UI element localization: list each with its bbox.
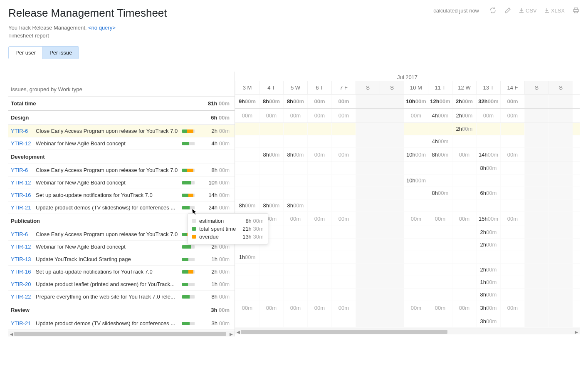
progress-bar[interactable]	[182, 206, 195, 209]
timesheet-left-pane: Issues, grouped by Work type Total time …	[8, 72, 235, 336]
data-cell	[428, 239, 452, 251]
data-cell	[404, 315, 428, 327]
data-cell	[283, 239, 307, 251]
issue-title: Close Early Access Program upon release …	[36, 231, 182, 237]
timesheet-right-pane: Jul 2017 3 M4 T5 W6 T7 FSS10 M11 T12 W13…	[235, 72, 580, 336]
progress-bar[interactable]	[182, 322, 195, 325]
data-cell	[548, 123, 573, 135]
data-cell	[356, 148, 380, 162]
issue-key[interactable]: YTIR-16	[11, 269, 36, 275]
print-icon[interactable]	[572, 7, 580, 14]
data-cell	[356, 315, 380, 327]
data-cell	[331, 276, 356, 288]
data-cell: 00m	[500, 109, 524, 122]
progress-bar[interactable]	[182, 181, 195, 184]
tab-per-user[interactable]: Per user	[9, 47, 42, 59]
data-cell	[548, 187, 573, 199]
data-cell	[283, 289, 307, 301]
data-row: 9h 00m8h 00m8h 00m00m00m10h 00m12h 00m2h…	[235, 95, 580, 109]
issue-key[interactable]: YTIR-13	[11, 256, 36, 262]
data-cell	[331, 162, 356, 174]
data-cell: 15h 00m	[476, 212, 500, 226]
data-cell	[548, 315, 573, 327]
data-cell	[428, 251, 452, 263]
data-cell: 4h 00m	[428, 135, 452, 147]
issue-row[interactable]: YTIR-22 Prepare everything on the web si…	[8, 291, 235, 303]
tooltip-value: 21h 30m	[242, 226, 264, 232]
data-cell: 8h 00m	[476, 289, 500, 301]
data-cell: 00m	[259, 109, 283, 122]
data-cell: 00m	[307, 212, 331, 226]
data-cell	[428, 289, 452, 301]
data-cell	[404, 135, 428, 147]
data-cell	[428, 315, 452, 327]
data-cell: 00m	[476, 109, 500, 122]
data-row: 00m00m00m00m00m00m00m00m3h 00m00m	[235, 301, 580, 315]
issue-row[interactable]: YTIR-6 Close Early Access Program upon r…	[8, 164, 235, 177]
data-cell: 00m	[235, 301, 259, 315]
issue-key[interactable]: YTIR-6	[11, 128, 36, 134]
progress-bar[interactable]	[182, 258, 195, 261]
download-csv-button[interactable]: CSV	[519, 7, 537, 14]
download-xlsx-button[interactable]: XLSX	[544, 7, 565, 14]
data-cell	[548, 199, 573, 212]
data-cell	[259, 162, 283, 174]
data-cell: 00m	[307, 301, 331, 315]
issue-row[interactable]: YTIR-16 Set up auto-update notifications…	[8, 266, 235, 278]
data-cell: 8h 00m	[259, 199, 283, 212]
issue-key[interactable]: YTIR-20	[11, 281, 36, 287]
right-scrollbar[interactable]: ◀ ▶	[235, 329, 580, 334]
issue-row[interactable]: YTIR-16 Set up auto-update notifications…	[8, 189, 235, 202]
refresh-icon[interactable]	[489, 7, 497, 14]
issue-title: Set up auto-update notifications for You…	[36, 269, 182, 275]
issue-key[interactable]: YTIR-22	[11, 294, 36, 300]
progress-bar[interactable]	[182, 194, 195, 197]
issue-row[interactable]: YTIR-21 Update product demos (TV slidesh…	[8, 317, 235, 330]
data-cell: 00m	[331, 109, 356, 122]
section-label: Publication	[11, 218, 182, 224]
data-cell	[331, 315, 356, 327]
issue-key[interactable]: YTIR-6	[11, 231, 36, 237]
tooltip-row: total spent time 21h 30m	[192, 225, 264, 233]
issue-row[interactable]: YTIR-13 Update YouTrack InCloud Starting…	[8, 253, 235, 266]
issue-key[interactable]: YTIR-12	[11, 179, 36, 186]
data-cell	[548, 212, 573, 226]
issue-key[interactable]: YTIR-21	[11, 320, 36, 326]
progress-bar[interactable]	[182, 270, 195, 274]
data-cell	[259, 251, 283, 263]
issue-key[interactable]: YTIR-12	[11, 140, 36, 147]
issue-key[interactable]: YTIR-12	[11, 244, 36, 250]
progress-bar[interactable]	[182, 245, 195, 249]
edit-icon[interactable]	[504, 7, 511, 14]
data-row: 1h 00m	[235, 276, 580, 289]
issue-row[interactable]: YTIR-12 Webinar for New Agile Board conc…	[8, 177, 235, 189]
data-cell	[283, 226, 307, 238]
day-header: 10 M	[404, 81, 428, 94]
progress-bar[interactable]	[182, 295, 195, 299]
progress-bar[interactable]	[182, 129, 195, 133]
data-cell	[380, 212, 404, 226]
issue-key[interactable]: YTIR-6	[11, 167, 36, 173]
issue-row[interactable]: YTIR-6 Close Early Access Program upon r…	[8, 125, 235, 137]
issue-key[interactable]: YTIR-16	[11, 192, 36, 198]
data-row: 1h 00m	[235, 251, 580, 264]
issue-row[interactable]: YTIR-21 Update product demos (TV slidesh…	[8, 202, 235, 214]
query-link[interactable]: <no query>	[88, 25, 116, 31]
issue-row[interactable]: YTIR-12 Webinar for New Agile Board conc…	[8, 137, 235, 150]
data-cell: 32h 00m	[476, 95, 500, 108]
progress-bar[interactable]	[182, 169, 195, 172]
tab-per-issue[interactable]: Per issue	[42, 47, 79, 59]
progress-bar[interactable]	[182, 283, 195, 286]
issue-key[interactable]: YTIR-21	[11, 204, 36, 211]
data-cell	[500, 174, 524, 187]
issue-row[interactable]: YTIR-20 Update product leaflet (printed …	[8, 278, 235, 291]
data-cell	[476, 174, 500, 187]
data-cell	[428, 264, 452, 276]
left-scrollbar[interactable]: ◀ ▶	[8, 331, 235, 336]
data-cell	[452, 264, 476, 276]
data-cell	[548, 276, 573, 288]
data-cell	[548, 95, 573, 108]
data-cell	[548, 109, 573, 122]
tooltip-value: 13h 30m	[242, 234, 264, 240]
progress-bar[interactable]	[182, 142, 195, 145]
